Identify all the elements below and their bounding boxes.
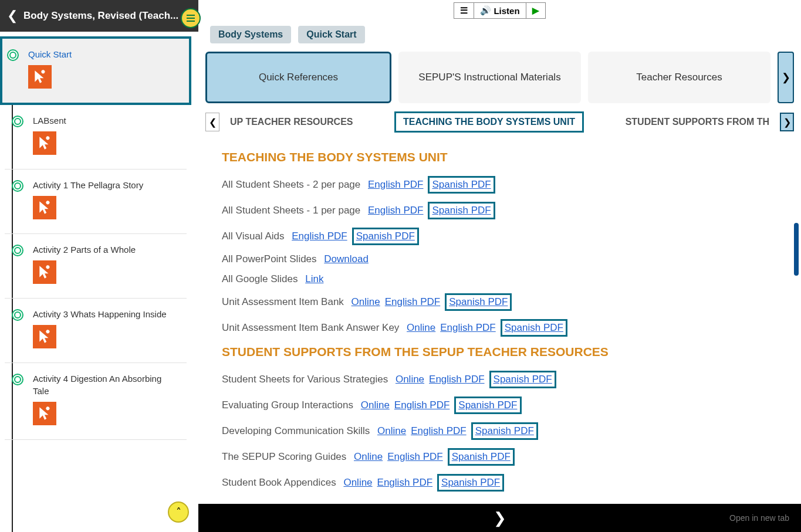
footer-next-button[interactable]: ❯ [494,509,506,527]
activity-icon [33,402,56,425]
subnav-item-active[interactable]: TEACHING THE BODY SYSTEMS UNIT [394,111,584,133]
resource-link[interactable]: English PDF [440,322,495,333]
play-button[interactable]: ▶ [526,3,545,18]
breadcrumb-item[interactable]: Quick Start [298,26,364,43]
resource-row: Unit Assessment Item Bank OnlineEnglish … [222,293,778,311]
activity-icon [33,325,56,348]
resource-row: All Visual Aids English PDFSpanish PDF [222,228,778,245]
resource-link[interactable]: English PDF [292,231,347,242]
resource-label: Developing Communication Skills [222,425,370,436]
subnav-next-button[interactable]: ❯ [780,113,794,131]
resource-link[interactable]: English PDF [368,179,423,190]
scroll-indicator[interactable] [794,223,799,276]
resource-label: Unit Assessment Item Bank [222,296,344,307]
resource-link[interactable]: Online [361,399,390,411]
subnav-item[interactable]: STUDENT SUPPORTS FROM TH [622,117,773,127]
resource-link[interactable]: Online [354,451,383,462]
resource-link[interactable]: Download [324,253,369,265]
section-heading: STUDENT SUPPORTS FROM THE SEPUP TEACHER … [222,345,778,359]
nav-label: Activity 3 Whats Happening Inside [33,308,175,320]
resource-row: Evaluating Group Interactions OnlineEngl… [222,397,778,414]
resource-label: All Student Sheets - 2 per page [222,179,360,190]
section-heading: TEACHING THE BODY SYSTEMS UNIT [222,150,778,164]
resource-row: Developing Communication Skills OnlineEn… [222,422,778,440]
tabs-next-button[interactable]: ❯ [778,52,794,103]
resource-link[interactable]: English PDF [394,399,449,411]
resource-link[interactable]: Spanish PDF [448,448,515,466]
tab-instructional-materials[interactable]: SEPUP'S Instructional Materials [398,52,581,103]
app-root: ❮ Body Systems, Revised (Teach... Quick … [0,0,801,532]
open-new-tab-link[interactable]: Open in new tab [729,513,789,523]
nav-marker-icon [12,374,23,385]
sidebar-item[interactable]: Quick Start [0,36,191,105]
resource-link[interactable]: Link [305,273,323,284]
sidebar-item[interactable]: Activity 4 Digestion An Absorbing Tale [5,363,187,440]
resource-label: All Google Slides [222,273,298,284]
resource-row: Student Sheets for Various Strategies On… [222,371,778,388]
resource-label: All Student Sheets - 1 per page [222,205,360,216]
resource-link[interactable]: Spanish PDF [471,422,538,440]
subnav-item[interactable]: UP TEACHER RESOURCES [227,117,357,127]
hamburger-icon [187,15,195,22]
activity-icon [33,260,56,284]
nav-marker-icon [12,309,23,321]
sidebar-content[interactable]: Quick StartLABsentActivity 1 The Pellagr… [0,32,198,532]
resource-link[interactable]: Spanish PDF [445,293,512,311]
resource-link[interactable]: Spanish PDF [489,371,556,388]
resource-link[interactable]: Spanish PDF [428,176,495,194]
subnav: ❮ UP TEACHER RESOURCES TEACHING THE BODY… [198,103,801,141]
sidebar-item[interactable]: Activity 3 Whats Happening Inside [5,299,187,363]
resource-label: Unit Assessment Item Bank Answer Key [222,322,399,333]
resource-label: Evaluating Group Interactions [222,399,353,411]
resource-link[interactable]: Online [343,477,372,488]
resource-link[interactable]: English PDF [385,296,440,307]
resource-row: Unit Assessment Item Bank Answer Key Onl… [222,319,778,337]
resource-label: Student Sheets for Various Strategies [222,374,388,385]
resource-link[interactable]: English PDF [411,425,466,436]
listen-button[interactable]: 🔊 Listen [474,3,526,18]
resource-link[interactable]: Spanish PDF [437,474,504,492]
sidebar-item[interactable]: Activity 1 The Pellagra Story [5,170,187,234]
tabs-row: Quick References SEPUP'S Instructional M… [198,52,801,103]
tab-quick-references[interactable]: Quick References [205,52,391,103]
resource-link[interactable]: Online [396,374,424,385]
back-icon[interactable]: ❮ [7,8,18,23]
activity-icon [33,196,56,219]
resource-link[interactable]: English PDF [387,451,442,462]
speaker-icon: 🔊 [480,5,491,16]
resource-link[interactable]: English PDF [429,374,484,385]
resource-link[interactable]: English PDF [377,477,432,488]
menu-icon: ☰ [460,5,468,16]
breadcrumb-item[interactable]: Body Systems [210,26,291,43]
nav-label: Activity 1 The Pellagra Story [33,179,175,191]
resource-row: All PowerPoint Slides Download [222,253,778,265]
resource-label: All Visual Aids [222,231,284,242]
nav-label: LABsent [33,114,175,127]
resource-link[interactable]: Online [407,322,435,333]
activity-icon [33,131,56,155]
audio-menu-button[interactable]: ☰ [454,3,474,18]
listen-label: Listen [494,6,519,16]
resource-link[interactable]: Spanish PDF [428,202,495,219]
subnav-items: UP TEACHER RESOURCES TEACHING THE BODY S… [227,111,773,133]
audio-bar: ☰ 🔊 Listen ▶ [198,0,801,21]
breadcrumbs: Body Systems Quick Start [198,21,801,52]
resource-link[interactable]: Online [352,296,380,307]
chevron-right-icon: ❯ [782,71,790,84]
resource-link[interactable]: Spanish PDF [454,397,521,414]
collapse-button[interactable]: ˄ [168,501,189,523]
resource-link[interactable]: Spanish PDF [501,319,567,337]
sidebar-item[interactable]: Activity 2 Parts of a Whole [5,234,187,299]
toc-toggle-button[interactable] [181,8,201,28]
sidebar-header: ❮ Body Systems, Revised (Teach... [0,0,198,32]
resource-link[interactable]: Spanish PDF [352,228,419,245]
main-area: ☰ 🔊 Listen ▶ Body Systems Quick Start Qu… [198,0,801,532]
sidebar-item[interactable]: LABsent [5,105,187,170]
content-area[interactable]: TEACHING THE BODY SYSTEMS UNITAll Studen… [198,141,801,504]
tab-teacher-resources[interactable]: Teacher Resources [588,52,770,103]
nav-label: Quick Start [28,48,177,60]
resource-link[interactable]: Online [377,425,406,436]
resource-link[interactable]: English PDF [368,205,423,216]
subnav-prev-button[interactable]: ❮ [205,113,219,131]
sidebar: ❮ Body Systems, Revised (Teach... Quick … [0,0,198,532]
